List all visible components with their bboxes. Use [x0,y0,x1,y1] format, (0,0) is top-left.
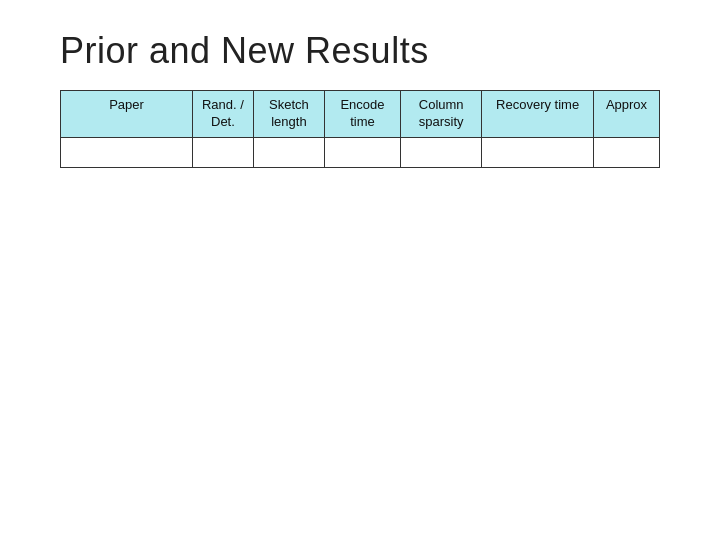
cell-column [401,137,482,167]
table-body [61,137,660,167]
page-title: Prior and New Results [60,30,660,72]
cell-encode [324,137,400,167]
cell-recovery [482,137,594,167]
cell-approx [593,137,659,167]
table-header-row: Paper Rand. / Det. Sketch length Encode … [61,91,660,138]
col-header-encode: Encode time [324,91,400,138]
cell-rand [192,137,253,167]
results-table: Paper Rand. / Det. Sketch length Encode … [60,90,660,168]
col-header-paper: Paper [61,91,193,138]
col-header-approx: Approx [593,91,659,138]
col-header-sketch: Sketch length [253,91,324,138]
col-header-column: Column sparsity [401,91,482,138]
table-row [61,137,660,167]
cell-paper [61,137,193,167]
cell-sketch [253,137,324,167]
col-header-recovery: Recovery time [482,91,594,138]
page-container: Prior and New Results Paper Rand. / Det.… [0,0,720,540]
col-header-rand: Rand. / Det. [192,91,253,138]
